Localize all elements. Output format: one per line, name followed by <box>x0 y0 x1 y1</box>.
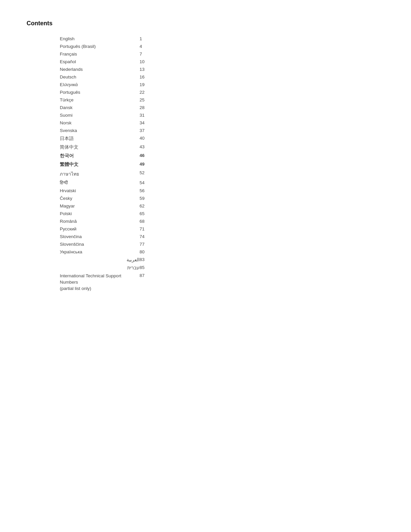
toc-page-number: 19 <box>140 81 173 88</box>
table-row: Magyar62 <box>27 202 173 210</box>
toc-page-number: 28 <box>140 104 173 111</box>
toc-page-number: 62 <box>140 202 173 210</box>
toc-label: Español <box>27 58 140 66</box>
toc-label: العربية <box>27 256 140 264</box>
toc-page-number: 37 <box>140 127 173 134</box>
toc-page-number: 40 <box>140 134 173 143</box>
toc-label: English <box>27 35 140 43</box>
table-row: العربية83 <box>27 256 173 264</box>
toc-page-number: 10 <box>140 58 173 66</box>
toc-label: Deutsch <box>27 73 140 81</box>
toc-label: Українська <box>27 248 140 256</box>
toc-page-number: 74 <box>140 233 173 240</box>
table-row: Українська80 <box>27 248 173 256</box>
toc-label: Русский <box>27 225 140 233</box>
table-row: Česky59 <box>27 195 173 202</box>
toc-label: Français <box>27 50 140 58</box>
toc-page-number: 16 <box>140 73 173 81</box>
table-row: Slovenščina77 <box>27 240 173 248</box>
toc-page-number: 25 <box>140 96 173 104</box>
table-row: Français7 <box>27 50 173 58</box>
toc-page-number: 65 <box>140 210 173 217</box>
toc-label: Suomi <box>27 111 140 119</box>
table-row: Türkçe25 <box>27 96 173 104</box>
table-row: עברית85 <box>27 264 173 272</box>
toc-label: עברית <box>27 264 140 272</box>
toc-label: Português <box>27 88 140 96</box>
toc-label: 繁體中文 <box>27 160 140 169</box>
toc-page-number: 4 <box>140 43 173 50</box>
table-row: Deutsch16 <box>27 73 173 81</box>
toc-label: Ελληνικά <box>27 81 140 88</box>
toc-label: International Technical Support Numbers … <box>27 272 140 293</box>
toc-label: Hrvatski <box>27 187 140 195</box>
toc-page-number: 83 <box>140 256 173 264</box>
table-row: Português22 <box>27 88 173 96</box>
toc-label: हिन्दी <box>27 179 140 187</box>
toc-page-number: 34 <box>140 119 173 127</box>
toc-label: Dansk <box>27 104 140 111</box>
table-row: Português (Brasil)4 <box>27 43 173 50</box>
table-row: Nederlands13 <box>27 66 173 73</box>
table-row: 繁體中文49 <box>27 160 173 169</box>
contents-title: Contents <box>27 20 173 27</box>
toc-label: Slovenčina <box>27 233 140 240</box>
toc-page-number: 49 <box>140 160 173 169</box>
toc-page-number: 1 <box>140 35 173 43</box>
toc-label: Norsk <box>27 119 140 127</box>
table-row: ภาษาไทย52 <box>27 169 173 179</box>
toc-label: Nederlands <box>27 66 140 73</box>
toc-page-number: 87 <box>140 272 173 293</box>
table-row: Română68 <box>27 217 173 225</box>
toc-label: Svenska <box>27 127 140 134</box>
table-row: 한국어46 <box>27 152 173 160</box>
toc-page-number: 52 <box>140 169 173 179</box>
table-row: Русский71 <box>27 225 173 233</box>
toc-page-number: 77 <box>140 240 173 248</box>
table-row: International Technical Support Numbers … <box>27 272 173 293</box>
toc-page-number: 31 <box>140 111 173 119</box>
toc-page-number: 56 <box>140 187 173 195</box>
toc-page-number: 22 <box>140 88 173 96</box>
toc-page-number: 54 <box>140 179 173 187</box>
toc-label: ภาษาไทย <box>27 169 140 179</box>
table-row: Suomi31 <box>27 111 173 119</box>
toc-page-number: 85 <box>140 264 173 272</box>
toc-page-number: 46 <box>140 152 173 160</box>
toc-label: 한국어 <box>27 152 140 160</box>
toc-page-number: 43 <box>140 143 173 152</box>
toc-table: English1Português (Brasil)4Français7Espa… <box>27 35 173 293</box>
table-row: Hrvatski56 <box>27 187 173 195</box>
toc-label: Português (Brasil) <box>27 43 140 50</box>
toc-label: Polski <box>27 210 140 217</box>
table-row: English1 <box>27 35 173 43</box>
table-row: 日本語40 <box>27 134 173 143</box>
toc-page-number: 13 <box>140 66 173 73</box>
table-row: Norsk34 <box>27 119 173 127</box>
table-row: Ελληνικά19 <box>27 81 173 88</box>
toc-label: 简体中文 <box>27 143 140 152</box>
toc-page-number: 68 <box>140 217 173 225</box>
toc-label: 日本語 <box>27 134 140 143</box>
toc-page-number: 7 <box>140 50 173 58</box>
table-row: Dansk28 <box>27 104 173 111</box>
table-row: 简体中文43 <box>27 143 173 152</box>
toc-label: Magyar <box>27 202 140 210</box>
toc-label: Română <box>27 217 140 225</box>
toc-label: Türkçe <box>27 96 140 104</box>
toc-page-number: 80 <box>140 248 173 256</box>
table-row: Slovenčina74 <box>27 233 173 240</box>
toc-label: Česky <box>27 195 140 202</box>
toc-page-number: 59 <box>140 195 173 202</box>
table-row: Español10 <box>27 58 173 66</box>
table-row: Svenska37 <box>27 127 173 134</box>
table-row: हिन्दी54 <box>27 179 173 187</box>
table-row: Polski65 <box>27 210 173 217</box>
toc-page-number: 71 <box>140 225 173 233</box>
page-container: Contents English1Português (Brasil)4Fran… <box>0 0 199 313</box>
toc-label: Slovenščina <box>27 240 140 248</box>
